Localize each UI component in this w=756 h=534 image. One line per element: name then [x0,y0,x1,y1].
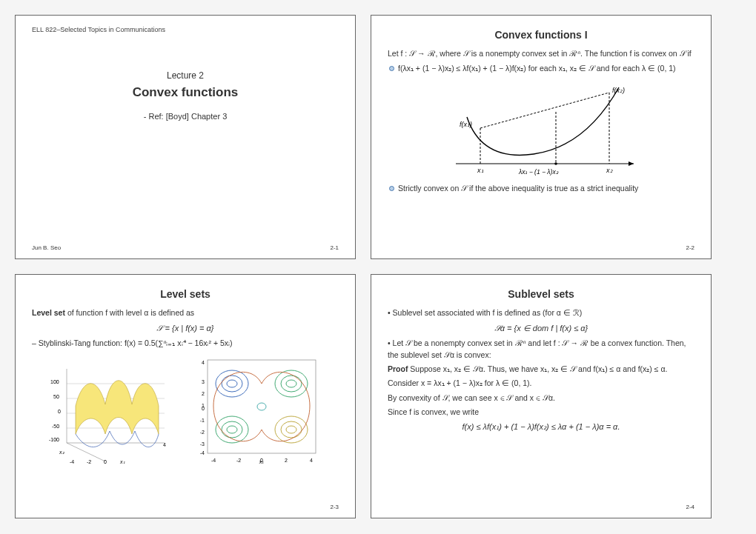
svg-point-45 [281,376,302,392]
lecture-block: Lecture 2 Convex functions - Ref: [Boyd]… [32,70,339,121]
label-fx1: f(x₁) [460,121,472,128]
svg-text:-2: -2 [200,430,205,435]
sublevel-def: • Sublevel set associated with f is defi… [388,307,694,319]
bullet-strict-convex: Strictly convex on 𝒮 if the above inequa… [388,183,694,194]
svg-text:-2: -2 [87,459,91,464]
svg-text:-1: -1 [200,418,205,423]
svg-point-42 [222,376,242,392]
sublevel-equation: 𝒮α = {x ∈ dom f | f(x) ≤ α} [388,324,694,333]
svg-point-51 [281,421,302,438]
level-set-figures: 100 50 0 -50 -100 -4 -2 0 4 x₂ x₁ 4 3 2 … [32,354,339,465]
surface-plot: 100 50 0 -50 -100 -4 -2 0 4 x₂ x₁ [46,354,187,465]
label-x2: x₂ [606,167,613,174]
slide-2: Convex functions I Let f : 𝒮 → ℛ, where … [371,15,712,259]
level-set-def-text: Level set of function f with level α is … [32,307,339,319]
label-midpoint: λx₁ − (1 − λ)x₂ [518,168,559,176]
svg-line-2 [480,93,609,128]
level-set-label: Level set [32,308,65,317]
lecture-topic: Convex functions [32,85,339,100]
level-set-def-rest: of function f with level α is defined as [67,308,194,317]
svg-point-48 [222,421,242,438]
contour-plot: 4 3 2 1 0 -1 -2 -3 -4 -4 -2 0 2 4 x₁ [191,354,325,465]
svg-point-52 [286,426,296,433]
svg-text:-3: -3 [200,441,205,447]
svg-point-43 [227,380,237,387]
styblinski-text: – Styblinski-Tang function: f(x) = 0.5(∑… [32,338,339,350]
level-set-equation: 𝒮 = {x | f(x) = α} [32,324,339,333]
svg-rect-25 [208,360,316,453]
convex-function-figure: f(x₁) f(x₂) x₁ x₂ λx₁ − (1 − λ)x₂ [437,76,645,180]
bullet-convex-def: f(λx₁ + (1 − λ)x₂) ≤ λf(x₁) + (1 − λ)f(x… [388,63,694,74]
svg-text:0: 0 [202,406,205,411]
slide-title: Level sets [32,288,339,300]
proof-text-1: Suppose x₁, x₂ ∈ 𝒮α. Thus, we have x₁, x… [408,364,667,373]
svg-text:50: 50 [53,394,59,399]
page-number: 2-3 [330,504,339,510]
intro-text: Let f : 𝒮 → ℛ, where 𝒮 is a nonempty con… [388,48,694,60]
svg-text:-4: -4 [211,458,216,463]
svg-text:-4: -4 [70,459,74,464]
svg-point-46 [286,380,296,387]
svg-text:2: 2 [202,391,205,396]
svg-marker-1 [629,161,634,166]
svg-text:x₁: x₁ [259,459,265,464]
course-code: ELL 822–Selected Topics in Communication… [32,26,339,33]
svg-text:3: 3 [202,379,205,384]
proof-line-4: Since f is convex, we write [388,407,694,418]
svg-text:x₁: x₁ [119,459,125,464]
slide-3: Level sets Level set of function f with … [15,274,356,518]
svg-text:-4: -4 [200,450,205,455]
page-number: 2-4 [686,504,694,510]
svg-text:-2: -2 [236,458,241,463]
proof-line-1: Proof Suppose x₁, x₂ ∈ 𝒮α. Thus, we have… [388,364,694,375]
svg-text:-100: -100 [49,437,59,442]
proof-equation: f(x) ≤ λf(x₁) + (1 − λ)f(x₂) ≤ λα + (1 −… [388,422,694,432]
label-x1: x₁ [477,167,484,174]
proof-line-2: Consider x = λx₁ + (1 − λ)x₂ for λ ∈ (0,… [388,378,694,389]
label-fx2: f(x₂) [612,87,625,94]
page-number: 2-1 [330,244,339,251]
svg-text:-50: -50 [52,424,59,429]
svg-text:x₂: x₂ [59,450,64,455]
proof-line-3: By convexity of 𝒮, we can see x ∈ 𝒮 and … [388,393,694,404]
svg-text:4: 4 [310,458,313,463]
svg-text:2: 2 [285,458,288,463]
svg-text:4: 4 [202,360,205,365]
svg-text:4: 4 [163,442,166,447]
slide-title: Convex functions I [388,29,694,41]
reference: - Ref: [Boyd] Chapter 3 [32,112,339,121]
proof-label: Proof [388,364,408,373]
svg-point-49 [227,426,237,433]
svg-text:100: 100 [50,379,59,384]
slide-4: Sublevel sets • Sublevel set associated … [371,274,712,518]
lecture-number: Lecture 2 [32,70,339,81]
slide-title: Sublevel sets [388,288,694,300]
svg-point-53 [257,403,266,410]
svg-text:0: 0 [58,409,61,414]
svg-text:0: 0 [104,459,107,464]
author: Jun B. Seo [32,244,61,251]
svg-point-6 [554,163,557,166]
page-number: 2-2 [686,244,694,251]
slide-1: ELL 822–Selected Topics in Communication… [15,15,356,259]
sublevel-convex-claim: • Let 𝒮 be a nonempty convex set in ℛⁿ a… [388,338,694,361]
